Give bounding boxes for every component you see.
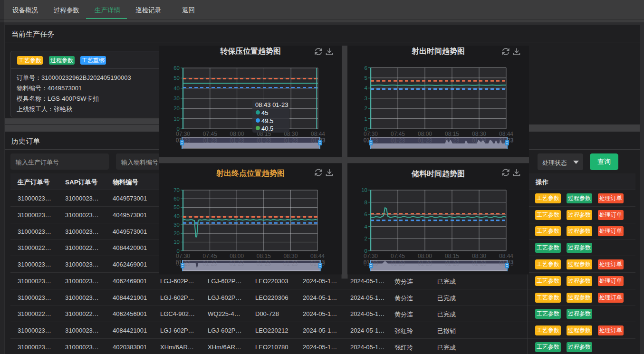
svg-text:2: 2 (365, 105, 367, 111)
svg-text:07:45: 07:45 (391, 131, 405, 137)
svg-text:储料时间趋势图: 储料时间趋势图 (411, 170, 465, 178)
svg-text:07:30: 07:30 (364, 253, 378, 259)
svg-text:01-23: 01-23 (230, 137, 244, 144)
svg-text:4: 4 (365, 224, 368, 230)
svg-text:08:00: 08:00 (230, 131, 244, 137)
svg-text:0: 0 (177, 126, 180, 132)
svg-text:30: 30 (173, 222, 180, 228)
svg-text:6: 6 (365, 65, 367, 71)
svg-text:07:45: 07:45 (203, 253, 217, 259)
svg-text:射出时间趋势图: 射出时间趋势图 (411, 47, 465, 55)
svg-text:转保压位置趋势图: 转保压位置趋势图 (220, 47, 281, 55)
svg-text:0: 0 (365, 126, 367, 132)
svg-text:5: 5 (365, 75, 367, 81)
svg-text:07:45: 07:45 (391, 253, 405, 259)
svg-text:08:00: 08:00 (418, 253, 432, 259)
svg-text:01-23: 01-23 (391, 260, 405, 267)
svg-text:0: 0 (177, 248, 180, 254)
svg-text:01-23: 01-23 (472, 137, 487, 144)
svg-text:40: 40 (173, 86, 180, 91)
svg-text:10: 10 (361, 187, 367, 193)
svg-text:01-23: 01-23 (418, 137, 433, 144)
svg-text:08:44: 08:44 (311, 131, 325, 137)
svg-text:01-23: 01-23 (445, 260, 460, 267)
svg-text:01-23: 01-23 (256, 260, 271, 267)
svg-text:01-23: 01-23 (284, 137, 298, 144)
svg-text:01-23: 01-23 (230, 260, 244, 267)
svg-text:8: 8 (365, 200, 367, 205)
svg-text:08:00: 08:00 (230, 253, 244, 259)
svg-text:3: 3 (365, 96, 367, 101)
svg-text:60: 60 (173, 65, 180, 71)
svg-text:50: 50 (173, 75, 180, 81)
svg-text:20: 20 (173, 230, 180, 236)
svg-text:01-23: 01-23 (391, 137, 405, 144)
svg-text:70: 70 (173, 187, 180, 193)
svg-text:射出终点位置趋势图: 射出终点位置趋势图 (216, 169, 285, 178)
svg-text:0: 0 (365, 248, 367, 254)
svg-text:10: 10 (173, 239, 180, 245)
svg-text:08:15: 08:15 (257, 253, 271, 259)
svg-text:01-23: 01-23 (445, 137, 460, 144)
svg-text:01-23: 01-23 (257, 137, 271, 144)
svg-text:01-23: 01-23 (310, 260, 325, 267)
svg-text:08:30: 08:30 (283, 253, 298, 259)
svg-text:07:30: 07:30 (176, 131, 190, 137)
svg-text:08:30: 08:30 (472, 131, 486, 137)
svg-text:40: 40 (173, 213, 180, 219)
svg-text:60: 60 (173, 196, 180, 201)
svg-text:08:44: 08:44 (310, 253, 325, 259)
svg-text:2: 2 (365, 236, 367, 241)
svg-text:01-23: 01-23 (202, 260, 217, 267)
svg-text:08:15: 08:15 (445, 253, 459, 259)
svg-text:08:44: 08:44 (499, 131, 513, 137)
svg-text:50: 50 (173, 204, 180, 210)
svg-text:10: 10 (173, 116, 180, 122)
svg-text:01-23: 01-23 (472, 260, 487, 267)
svg-text:6: 6 (365, 211, 367, 217)
svg-text:01-23: 01-23 (418, 260, 433, 267)
svg-text:07:30: 07:30 (176, 253, 190, 259)
svg-text:1: 1 (365, 116, 367, 122)
svg-text:07:30: 07:30 (364, 131, 378, 137)
svg-text:07:45: 07:45 (203, 131, 217, 137)
svg-text:08:44: 08:44 (499, 253, 513, 259)
svg-text:01-23: 01-23 (283, 260, 298, 267)
svg-text:08:15: 08:15 (445, 131, 459, 137)
svg-text:4: 4 (365, 85, 368, 91)
svg-text:08:00: 08:00 (418, 131, 432, 137)
svg-text:20: 20 (173, 105, 180, 111)
svg-text:30: 30 (173, 96, 180, 101)
svg-text:08:30: 08:30 (472, 253, 486, 259)
svg-text:01-23: 01-23 (202, 137, 217, 144)
